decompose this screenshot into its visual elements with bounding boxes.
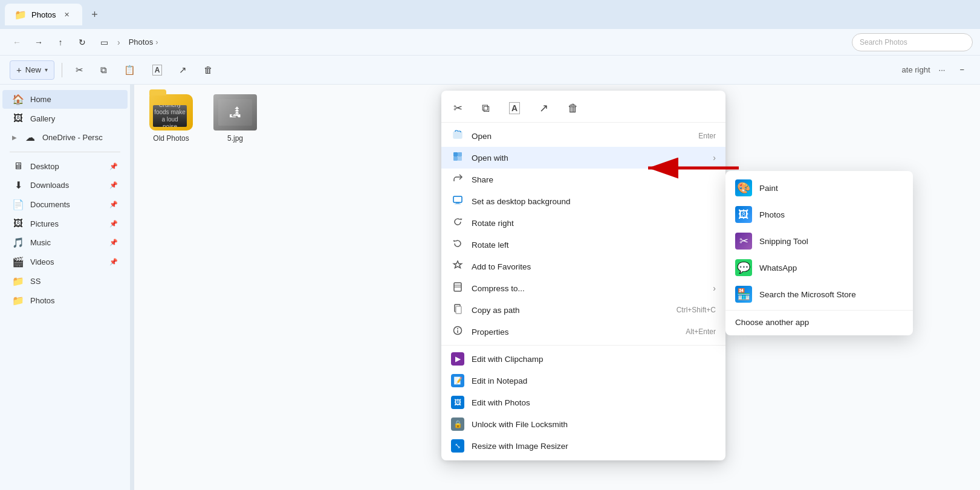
refresh-button[interactable]: ↻ [73, 33, 92, 52]
ctx-rotate-left-label: Rotate left [472, 240, 509, 250]
sidebar-item-photos[interactable]: 📁 Photos [2, 291, 128, 310]
onedrive-icon: ☁ [24, 132, 36, 143]
ctx-copy-path-shortcut: Ctrl+Shift+C [677, 306, 716, 314]
main-layout: 🏠 Home 🖼 Gallery ▶ ☁ OneDrive - Persc 🖥 … [0, 85, 980, 490]
ctx-cut-button[interactable]: ✂ [449, 99, 467, 117]
toolbar: + New ▾ ✂ ⧉ 📋 A ↗ 🗑 ate right ··· − [0, 56, 980, 85]
ctx-resize[interactable]: ⤡ Resize with Image Resizer [441, 435, 725, 457]
submenu-photos-label: Photos [759, 210, 785, 219]
svg-rect-1 [453, 152, 458, 156]
new-button[interactable]: + New ▾ [10, 60, 54, 80]
sidebar-documents-label: Documents [30, 200, 70, 209]
copy-button[interactable]: ⧉ [94, 60, 113, 80]
nav-bar: ← → ↑ ↻ ▭ › Photos › Search Photos [0, 29, 980, 56]
ctx-open-with-label: Open with [472, 153, 508, 163]
forward-button[interactable]: → [29, 33, 48, 52]
sidebar-item-music[interactable]: 🎵 Music 📌 [2, 233, 128, 252]
store-icon: 🏪 [735, 286, 752, 303]
svg-rect-4 [458, 156, 462, 161]
sidebar-item-gallery[interactable]: 🖼 Gallery [2, 109, 128, 127]
ctx-rotate-right[interactable]: Rotate right [441, 212, 725, 234]
jpeg-thumbnail: 🏞 [213, 94, 257, 131]
ctx-unlock-label: Unlock with File Locksmith [472, 420, 568, 429]
sidebar-item-home[interactable]: 🏠 Home [2, 90, 128, 109]
compress-arrow: › [713, 283, 716, 293]
ctx-resize-label: Resize with Image Resizer [472, 442, 568, 451]
file-explorer-tab[interactable]: 📁 Photos ✕ [5, 4, 82, 25]
ctx-open[interactable]: Open Enter [441, 125, 725, 147]
ctx-compress[interactable]: Compress to... › [441, 277, 725, 299]
properties-icon [451, 325, 464, 338]
home-icon: 🏠 [12, 94, 24, 105]
jpeg-image: 🏞 [213, 94, 257, 131]
minimize-button[interactable]: − [953, 60, 970, 80]
sidebar-item-desktop[interactable]: 🖥 Desktop 📌 [2, 157, 128, 175]
folder-thumbnail: Crunchy foods make a loud noise [153, 105, 187, 127]
sidebar-videos-label: Videos [30, 257, 54, 266]
more-options-button[interactable]: ··· [933, 60, 952, 80]
sidebar-item-ss[interactable]: 📁 SS [2, 272, 128, 291]
rename-button[interactable]: A [146, 60, 169, 80]
ctx-delete-button[interactable]: 🗑 [563, 100, 583, 117]
submenu-paint[interactable]: 🎨 Paint [725, 175, 913, 201]
search-box[interactable]: Search Photos [852, 33, 973, 51]
delete-button[interactable]: 🗑 [198, 60, 219, 80]
videos-pin-icon: 📌 [109, 258, 118, 266]
sidebar-separator [10, 152, 120, 152]
sidebar-item-documents[interactable]: 📄 Documents 📌 [2, 195, 128, 214]
sidebar-item-downloads[interactable]: ⬇ Downloads 📌 [2, 176, 128, 195]
new-label: New [25, 65, 41, 74]
ctx-open-shortcut: Enter [698, 132, 716, 140]
submenu-whatsapp[interactable]: 💬 WhatsApp [725, 254, 913, 281]
paste-button[interactable]: 📋 [118, 60, 141, 80]
ctx-set-desktop-bg[interactable]: Set as desktop background [441, 190, 725, 212]
ctx-cut-icon: ✂ [453, 102, 462, 115]
notepad-icon: 📝 [451, 374, 464, 387]
back-button[interactable]: ← [7, 33, 27, 52]
gallery-icon: 🖼 [12, 113, 24, 124]
list-item[interactable]: Crunchy foods make a loud noise Old Phot… [144, 94, 198, 143]
old-photos-label: Old Photos [153, 134, 189, 143]
submenu-choose-another[interactable]: Choose another app [725, 313, 913, 332]
share-button[interactable]: ↗ [173, 60, 193, 80]
breadcrumb-photos[interactable]: Photos [129, 37, 153, 47]
paste-icon: 📋 [124, 65, 135, 76]
jpeg-label: 5.jpg [227, 134, 243, 143]
sidebar-item-pictures[interactable]: 🖼 Pictures 📌 [2, 214, 128, 233]
ctx-unlock[interactable]: 🔒 Unlock with File Locksmith [441, 413, 725, 435]
list-item[interactable]: 🏞 5.jpg [208, 94, 262, 143]
submenu-photos[interactable]: 🖼 Photos [725, 201, 913, 228]
submenu-store[interactable]: 🏪 Search the Microsoft Store [725, 281, 913, 308]
ctx-properties[interactable]: Properties Alt+Enter [441, 321, 725, 343]
up-button[interactable]: ↑ [51, 33, 70, 52]
submenu-snipping[interactable]: ✂ Snipping Tool [725, 228, 913, 254]
new-tab-button[interactable]: + [85, 5, 104, 24]
edit-photos-icon: 🖼 [451, 396, 464, 409]
ctx-rotate-left[interactable]: Rotate left [441, 234, 725, 256]
ctx-copy-path[interactable]: Copy as path Ctrl+Shift+C [441, 299, 725, 321]
sidebar-home-label: Home [30, 95, 51, 104]
documents-pin-icon: 📌 [109, 201, 118, 208]
ctx-copy-path-label: Copy as path [472, 306, 520, 315]
sidebar-item-videos[interactable]: 🎬 Videos 📌 [2, 253, 128, 271]
ctx-edit-photos[interactable]: 🖼 Edit with Photos [441, 392, 725, 413]
open-with-submenu: 🎨 Paint 🖼 Photos ✂ Snipping Tool 💬 Whats… [725, 171, 913, 335]
ctx-edit-clipchamp[interactable]: ▶ Edit with Clipchamp [441, 348, 725, 370]
sidebar-pictures-label: Pictures [30, 219, 59, 228]
sidebar-item-onedrive[interactable]: ▶ ☁ OneDrive - Persc [2, 128, 128, 147]
submenu-whatsapp-label: WhatsApp [759, 263, 797, 272]
submenu-store-label: Search the Microsoft Store [759, 290, 856, 299]
ctx-edit-notepad[interactable]: 📝 Edit in Notepad [441, 370, 725, 392]
cut-button[interactable]: ✂ [70, 60, 89, 80]
desktop-icon: 🖥 [12, 161, 24, 172]
content-area: Crunchy foods make a loud noise Old Phot… [134, 85, 980, 490]
tab-close-button[interactable]: ✕ [60, 8, 73, 21]
ctx-add-favorites[interactable]: Add to Favorites [441, 256, 725, 277]
ctx-share-button[interactable]: ↗ [534, 99, 553, 117]
sidebar-ss-label: SS [30, 277, 41, 286]
ctx-set-desktop-label: Set as desktop background [472, 197, 571, 206]
monitor-button[interactable]: ▭ [94, 33, 114, 52]
ctx-rename-button[interactable]: A [504, 100, 525, 117]
toolbar-more: ate right ··· − [902, 60, 970, 80]
ctx-copy-button[interactable]: ⧉ [477, 100, 495, 117]
